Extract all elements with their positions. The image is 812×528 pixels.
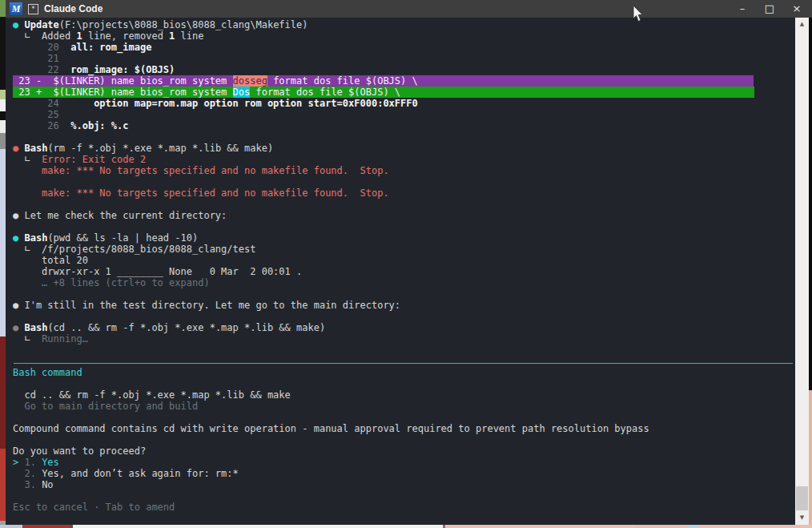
terminal-line: ● Bash(cd .. && rm -f *.obj *.exe *.map … xyxy=(6,322,795,333)
scrollbar[interactable]: ▲ ▼ xyxy=(795,18,809,525)
maximize-button[interactable]: □ xyxy=(756,0,783,18)
terminal-line: Go to main directory and build xyxy=(6,401,795,412)
terminal-line: make: *** No targets specified and no ma… xyxy=(6,165,795,176)
terminal-line: make: *** No targets specified and no ma… xyxy=(6,187,795,199)
dialog-top-border xyxy=(6,356,795,367)
permission-option-yes[interactable]: > 1. Yes xyxy=(6,457,795,468)
terminal-line: Do you want to proceed? xyxy=(6,445,795,457)
terminal-line: ● Update(F:\projects\8088_bios\8088_clan… xyxy=(6,19,795,30)
terminal-line: 20 all: rom_image xyxy=(6,42,795,53)
terminal-line: ∟ Added 1 line, removed 1 line xyxy=(6,30,795,42)
terminal-line: 24 option map=rom.map option rom option … xyxy=(6,98,795,109)
window-title: Claude Code xyxy=(44,3,103,14)
close-button[interactable]: × xyxy=(783,0,810,18)
terminal-line: ● Bash(rm -f *.obj *.exe *.map *.lib && … xyxy=(6,143,795,154)
terminal-line: … +8 lines (ctrl+o to expand) xyxy=(6,277,795,288)
background-app-right-sliver xyxy=(809,18,812,528)
permission-option-yes-dont-ask[interactable]: 2. Yes, and don’t ask again for: rm:* xyxy=(6,468,795,479)
terminal-line: 23 - $(LINKER) name bios_rom system doss… xyxy=(13,75,754,87)
terminal-line: 25 xyxy=(6,109,795,120)
terminal-line: Compound command contains cd with write … xyxy=(6,423,795,434)
terminal-line: cd .. && rm -f *.obj *.exe *.map *.lib &… xyxy=(6,389,795,401)
scrollbar-thumb[interactable] xyxy=(796,486,808,510)
terminal-line: ● Let me check the current directory: xyxy=(6,210,795,221)
terminal-line: ● Bash(pwd && ls -la | head -10) xyxy=(6,232,795,244)
terminal-line xyxy=(6,490,795,502)
background-app-left-sliver xyxy=(0,0,6,528)
permission-option-no[interactable]: 3. No xyxy=(6,479,795,490)
terminal-line: 23 + $(LINKER) name bios_rom system Dos … xyxy=(13,87,754,98)
terminal-line: ∟ Running… xyxy=(6,333,795,345)
terminal-line: ∟ Error: Exit code 2 xyxy=(6,154,795,165)
terminal-line xyxy=(6,131,795,143)
terminal-line: Esc to cancel · Tab to amend xyxy=(6,502,795,513)
minimize-button[interactable]: – xyxy=(729,0,756,18)
claude-code-window-icon: * xyxy=(28,4,38,14)
terminal-line xyxy=(6,434,795,445)
msys-m-icon: M xyxy=(10,2,22,15)
mouse-cursor-icon xyxy=(633,6,644,22)
terminal-line: ● I'm still in the test directory. Let m… xyxy=(6,300,795,311)
terminal-line xyxy=(6,176,795,187)
terminal-line xyxy=(6,378,795,389)
terminal-line: ∟ /f/projects/8088_bios/8088_clang/test xyxy=(6,244,795,255)
terminal-line xyxy=(6,221,795,232)
terminal-line xyxy=(6,199,795,210)
terminal-line xyxy=(6,311,795,322)
terminal-output: ● Update(F:\projects\8088_bios\8088_clan… xyxy=(6,18,795,525)
window-controls: – □ × xyxy=(729,0,812,18)
terminal-line: total 20 xyxy=(6,255,795,266)
terminal-line xyxy=(6,345,795,356)
terminal-line: Bash command xyxy=(6,367,795,378)
titlebar[interactable]: M * Claude Code – □ × xyxy=(6,0,812,18)
terminal-line xyxy=(6,288,795,300)
terminal-line: 21 xyxy=(6,53,795,64)
terminal-line: 22 rom_image: $(OBJS) xyxy=(6,64,795,75)
scrollbar-down-arrow-icon[interactable]: ▼ xyxy=(795,511,809,525)
scrollbar-up-arrow-icon[interactable]: ▲ xyxy=(795,18,809,31)
terminal-line: drwxr-xr-x 1 ________ None 0 Mar 2 00:01… xyxy=(6,266,795,277)
background-app-bottom-sliver: ПРОИЗВОДСТВО xyxy=(0,525,812,528)
terminal-line: 26 %.obj: %.c xyxy=(6,120,795,131)
terminal-line xyxy=(6,412,795,423)
screen: ПРОИЗВОДСТВО M * Claude Code – □ × ● Upd… xyxy=(0,0,812,528)
